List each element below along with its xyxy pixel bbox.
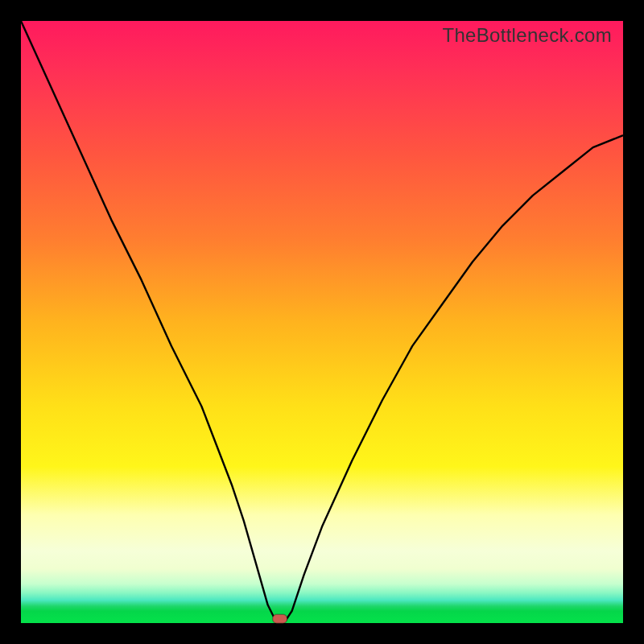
chart-frame: TheBottleneck.com [0,0,644,644]
chart-plot-area: TheBottleneck.com [21,21,623,623]
chart-min-marker [273,614,287,623]
chart-svg [21,21,623,623]
chart-curve [21,21,623,620]
